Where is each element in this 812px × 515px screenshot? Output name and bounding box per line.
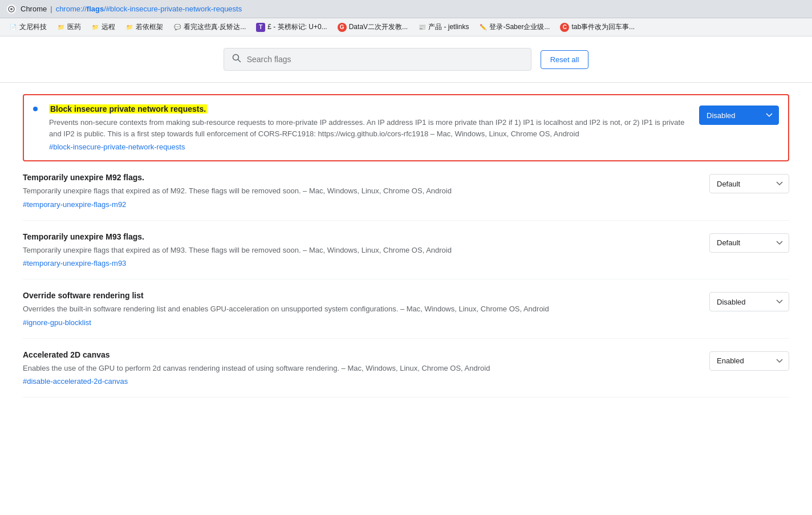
bookmark-label-jetlinks: 产品 - jetlinks bbox=[428, 22, 469, 32]
flag-item-gpu-blocklist: Override software rendering list Overrid… bbox=[23, 279, 789, 339]
search-area: Reset all bbox=[0, 37, 812, 83]
flag-select-gpu-blocklist[interactable]: Disabled Default Enabled bbox=[709, 292, 789, 311]
flag-select-m93[interactable]: Default Enabled Disabled bbox=[709, 233, 789, 253]
flag-content-gpu-blocklist: Override software rendering list Overrid… bbox=[23, 291, 698, 327]
app-name: Chrome bbox=[21, 5, 47, 13]
bookmark-icon-tab: C bbox=[560, 23, 569, 32]
flag-content-m92: Temporarily unexpire M92 flags. Temporar… bbox=[23, 173, 698, 209]
title-separator: | bbox=[50, 5, 52, 13]
flag-select-m92[interactable]: Default Enabled Disabled bbox=[709, 174, 789, 193]
svg-point-1 bbox=[10, 8, 13, 10]
bookmark-label-datav: DataV二次开发教... bbox=[349, 22, 408, 32]
bookmark-medicine[interactable]: 📁 医药 bbox=[52, 21, 86, 34]
flag-select-2d-canvas[interactable]: Enabled Default Disabled bbox=[709, 351, 789, 371]
reset-all-button[interactable]: Reset all bbox=[541, 50, 589, 69]
bookmark-icon-saber: ✏️ bbox=[479, 23, 487, 31]
bookmark-icon-ruoyi: 📁 bbox=[125, 23, 133, 31]
flag-content-m93: Temporarily unexpire M93 flags. Temporar… bbox=[23, 232, 698, 268]
search-input[interactable] bbox=[247, 55, 523, 64]
flag-control-m92: Default Enabled Disabled bbox=[709, 174, 789, 193]
flags-list: Block insecure private network requests.… bbox=[0, 94, 812, 398]
bookmark-label-tab: tab事件改为回车事... bbox=[571, 22, 635, 32]
bookmark-jetlinks[interactable]: 📰 产品 - jetlinks bbox=[413, 21, 473, 34]
flag-title-block-insecure: Block insecure private network requests. bbox=[49, 104, 688, 113]
flag-title-gpu-blocklist: Override software rendering list bbox=[23, 291, 698, 300]
flag-title-m92: Temporarily unexpire M92 flags. bbox=[23, 173, 698, 182]
flag-bullet bbox=[33, 107, 38, 111]
url-prefix: chrome:// bbox=[56, 5, 87, 13]
flag-item-m92: Temporarily unexpire M92 flags. Temporar… bbox=[23, 161, 789, 221]
search-box bbox=[224, 48, 531, 71]
bookmark-icon-pound: T bbox=[256, 23, 265, 32]
bookmark-wenikeji[interactable]: 📄 文尼科技 bbox=[5, 21, 51, 34]
bookmark-pound[interactable]: T £ - 英榜标记: U+0... bbox=[251, 21, 331, 34]
bookmark-icon-medicine: 📁 bbox=[57, 23, 65, 31]
bookmark-icon-wechat: 💬 bbox=[173, 23, 181, 31]
flag-item-m93: Temporarily unexpire M93 flags. Temporar… bbox=[23, 221, 789, 280]
bookmark-icon-datav: G bbox=[338, 23, 347, 32]
bookmark-label-pound: £ - 英榜标记: U+0... bbox=[267, 22, 327, 32]
flag-link-gpu-blocklist[interactable]: #ignore-gpu-blocklist bbox=[23, 318, 91, 327]
flag-desc-gpu-blocklist: Overrides the built-in software renderin… bbox=[23, 303, 698, 315]
bookmark-icon-wenikeji: 📄 bbox=[9, 23, 17, 31]
flag-desc-2d-canvas: Enables the use of the GPU to perform 2d… bbox=[23, 363, 698, 374]
bookmark-label-saber: 登录-Saber企业级... bbox=[489, 22, 550, 32]
url-bar: chrome://flags/#block-insecure-private-n… bbox=[56, 5, 242, 13]
title-bar: Chrome | chrome://flags/#block-insecure-… bbox=[0, 0, 812, 18]
flag-control-2d-canvas: Enabled Default Disabled bbox=[709, 351, 789, 371]
flag-control-m93: Default Enabled Disabled bbox=[709, 233, 789, 253]
flag-content-block-insecure: Block insecure private network requests.… bbox=[49, 104, 688, 151]
bookmark-label-ruoyi: 若依框架 bbox=[136, 22, 163, 32]
flag-item-block-insecure: Block insecure private network requests.… bbox=[23, 94, 789, 161]
svg-line-3 bbox=[238, 60, 240, 62]
bookmark-ruoyi[interactable]: 📁 若依框架 bbox=[121, 21, 168, 34]
search-icon bbox=[232, 54, 241, 65]
flag-item-2d-canvas: Accelerated 2D canvas Enables the use of… bbox=[23, 339, 789, 398]
flag-link-m92[interactable]: #temporary-unexpire-flags-m92 bbox=[23, 200, 126, 209]
browser-icon bbox=[7, 5, 16, 14]
flag-desc-block-insecure: Prevents non-secure contexts from making… bbox=[49, 117, 688, 139]
flag-select-block-insecure[interactable]: Disabled Default Enabled bbox=[699, 106, 779, 125]
flag-desc-m92: Temporarily unexpire flags that expired … bbox=[23, 185, 698, 197]
bookmark-datav[interactable]: G DataV二次开发教... bbox=[333, 21, 412, 34]
flag-title-2d-canvas: Accelerated 2D canvas bbox=[23, 350, 698, 359]
flag-control-block-insecure: Disabled Default Enabled bbox=[699, 106, 779, 125]
highlighted-title-text: Block insecure private network requests. bbox=[49, 104, 207, 113]
bookmark-tab[interactable]: C tab事件改为回车事... bbox=[555, 21, 639, 34]
bookmark-remote[interactable]: 📁 远程 bbox=[87, 21, 120, 34]
flag-desc-m93: Temporarily unexpire flags that expired … bbox=[23, 245, 698, 256]
bookmark-saber[interactable]: ✏️ 登录-Saber企业级... bbox=[474, 21, 554, 34]
url-highlight: flags bbox=[87, 5, 104, 13]
flag-control-gpu-blocklist: Disabled Default Enabled bbox=[709, 292, 789, 311]
url-suffix: /#block-insecure-private-network-request… bbox=[104, 5, 242, 13]
bookmark-label-wechat: 看完这些真·反矫达... bbox=[184, 22, 246, 32]
bookmark-icon-jetlinks: 📰 bbox=[418, 23, 426, 31]
flag-content-2d-canvas: Accelerated 2D canvas Enables the use of… bbox=[23, 350, 698, 386]
flag-title-m93: Temporarily unexpire M93 flags. bbox=[23, 232, 698, 241]
bookmark-label-medicine: 医药 bbox=[67, 22, 81, 32]
bookmark-wechat[interactable]: 💬 看完这些真·反矫达... bbox=[169, 21, 250, 34]
main-content: Reset all Block insecure private network… bbox=[0, 37, 812, 515]
bookmarks-bar: 📄 文尼科技 📁 医药 📁 远程 📁 若依框架 💬 看完这些真·反矫达... T… bbox=[0, 18, 812, 37]
flag-link-block-insecure[interactable]: #block-insecure-private-network-requests bbox=[49, 143, 185, 151]
bookmark-icon-remote: 📁 bbox=[91, 23, 99, 31]
bookmark-label-remote: 远程 bbox=[102, 22, 115, 32]
bookmark-label-wenikeji: 文尼科技 bbox=[19, 22, 47, 32]
flag-link-2d-canvas[interactable]: #disable-accelerated-2d-canvas bbox=[23, 377, 128, 386]
flag-link-m93[interactable]: #temporary-unexpire-flags-m93 bbox=[23, 259, 126, 267]
